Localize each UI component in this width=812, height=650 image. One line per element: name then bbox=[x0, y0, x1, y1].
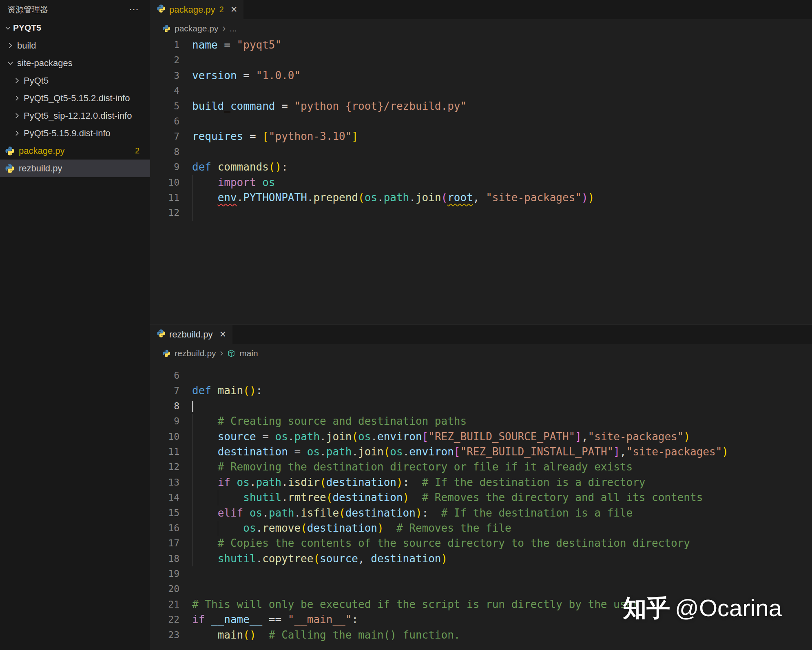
code-line[interactable]: 4 bbox=[150, 83, 812, 98]
chevron-right-icon bbox=[11, 94, 22, 102]
code-line[interactable]: 11 destination = os.path.join(os.environ… bbox=[150, 444, 812, 459]
line-number: 11 bbox=[150, 190, 179, 205]
code-text: # Copies the contents of the source dire… bbox=[192, 536, 690, 551]
indent-guide bbox=[192, 536, 192, 551]
code-line[interactable]: 14 shutil.rmtree(destination) # Removes … bbox=[150, 490, 812, 505]
line-number: 4 bbox=[150, 83, 179, 98]
file-tree: buildsite-packagesPyQt5PyQt5_Qt5-5.15.2.… bbox=[0, 37, 150, 177]
tree-item-build[interactable]: build bbox=[0, 37, 150, 54]
indent-guide bbox=[192, 414, 192, 429]
line-number: 1 bbox=[150, 38, 179, 53]
code-line[interactable]: 12 # Removing the destination directory … bbox=[150, 459, 812, 475]
line-number: 20 bbox=[150, 581, 179, 597]
code-line[interactable]: 7requires = ["python-3.10"] bbox=[150, 129, 812, 144]
indent-guide bbox=[192, 521, 192, 536]
code-line[interactable]: 7def main(): bbox=[150, 383, 812, 398]
code-line[interactable]: 18 shutil.copytree(source, destination) bbox=[150, 551, 812, 566]
code-text: name = "pyqt5" bbox=[192, 38, 281, 53]
code-line[interactable]: 6 bbox=[150, 114, 812, 129]
code-line[interactable]: 2 bbox=[150, 53, 812, 68]
symbol-icon bbox=[227, 349, 235, 357]
line-number: 9 bbox=[150, 414, 179, 429]
tab-rezbuild-py[interactable]: rezbuild.py × bbox=[150, 325, 232, 344]
code-text: def main(): bbox=[192, 383, 262, 398]
tree-item-label: rezbuild.py bbox=[19, 163, 62, 174]
explorer-title: 资源管理器 bbox=[7, 4, 48, 15]
code-text: shutil.rmtree(destination) # Removes the… bbox=[192, 490, 703, 505]
line-number: 7 bbox=[150, 383, 179, 398]
code-line[interactable]: 19 bbox=[150, 566, 812, 581]
code-text: # This will only be executed if the scri… bbox=[192, 597, 639, 612]
code-line[interactable]: 9 # Creating source and destination path… bbox=[150, 414, 812, 429]
line-number: 18 bbox=[150, 551, 179, 566]
code-text: env.PYTHONPATH.prepend(os.path.join(root… bbox=[192, 190, 594, 205]
code-line[interactable]: 6 bbox=[150, 368, 812, 383]
watermark-brand: 知乎 bbox=[623, 595, 670, 621]
code-line[interactable]: 11 env.PYTHONPATH.prepend(os.path.join(r… bbox=[150, 190, 812, 205]
explorer-header: 资源管理器 ⋯ bbox=[0, 0, 150, 19]
code-line[interactable]: 3version = "1.0.0" bbox=[150, 68, 812, 83]
code-line[interactable]: 8 bbox=[150, 144, 812, 160]
editor-area: package.py 2 × package.py › ... 1name = … bbox=[150, 0, 812, 650]
indent-guide bbox=[218, 521, 218, 536]
breadcrumb-file[interactable]: rezbuild.py bbox=[175, 348, 216, 358]
line-number: 13 bbox=[150, 475, 179, 490]
chevron-right-icon bbox=[11, 129, 22, 137]
breadcrumb-symbol[interactable]: main bbox=[239, 348, 258, 358]
indent-guide bbox=[192, 175, 192, 190]
line-number: 16 bbox=[150, 521, 179, 536]
more-actions-icon[interactable]: ⋯ bbox=[129, 4, 139, 15]
tree-item-label: PyQt5 bbox=[24, 75, 49, 86]
tree-item-site-packages[interactable]: site-packages bbox=[0, 54, 150, 72]
code-text: # Creating source and destination paths bbox=[192, 414, 467, 429]
code-line[interactable]: 8 bbox=[150, 399, 812, 414]
breadcrumb-top: package.py › ... bbox=[150, 19, 812, 38]
python-icon bbox=[5, 146, 17, 156]
code-line[interactable]: 15 elif os.path.isfile(destination): # I… bbox=[150, 506, 812, 521]
tree-item-pyqt5-sip-12-12-0-dist-info[interactable]: PyQt5_sip-12.12.0.dist-info bbox=[0, 107, 150, 124]
indent-guide bbox=[218, 490, 218, 505]
tab-bar-top: package.py 2 × bbox=[150, 0, 812, 19]
line-number: 23 bbox=[150, 628, 179, 643]
code-line[interactable]: 10 import os bbox=[150, 175, 812, 190]
line-number: 12 bbox=[150, 459, 179, 475]
tree-item-pyqt5[interactable]: PyQt5 bbox=[0, 72, 150, 89]
indent-guide bbox=[192, 205, 192, 220]
code-text: build_command = "python {root}/rezbuild.… bbox=[192, 99, 467, 114]
tree-item-rezbuild-py[interactable]: rezbuild.py bbox=[0, 160, 150, 177]
code-line[interactable]: 1name = "pyqt5" bbox=[150, 38, 812, 53]
code-text: if __name__ == "__main__": bbox=[192, 612, 358, 627]
line-number: 3 bbox=[150, 68, 179, 83]
python-icon bbox=[5, 164, 17, 173]
code-line[interactable]: 16 os.remove(destination) # Removes the … bbox=[150, 521, 812, 536]
indent-guide bbox=[192, 475, 192, 490]
tab-package-py[interactable]: package.py 2 × bbox=[150, 0, 243, 19]
tree-item-label: site-packages bbox=[17, 58, 73, 69]
code-line[interactable]: 12 bbox=[150, 205, 812, 220]
chevron-right-icon bbox=[5, 42, 15, 49]
code-line[interactable]: 5build_command = "python {root}/rezbuild… bbox=[150, 99, 812, 114]
close-icon[interactable]: × bbox=[231, 4, 237, 15]
line-number: 14 bbox=[150, 490, 179, 505]
tree-item-package-py[interactable]: package.py2 bbox=[0, 142, 150, 160]
code-editor-package[interactable]: 1name = "pyqt5"23version = "1.0.0"45buil… bbox=[150, 38, 812, 324]
code-text: main() # Calling the main() function. bbox=[192, 628, 460, 643]
indent-guide bbox=[192, 429, 192, 444]
line-number: 5 bbox=[150, 99, 179, 114]
code-line[interactable]: 23 main() # Calling the main() function. bbox=[150, 628, 812, 643]
tree-item-pyqt5-5-15-9-dist-info[interactable]: PyQt5-5.15.9.dist-info bbox=[0, 124, 150, 142]
code-line[interactable]: 9def commands(): bbox=[150, 160, 812, 175]
code-line[interactable]: 13 if os.path.isdir(destination): # If t… bbox=[150, 475, 812, 490]
line-number: 10 bbox=[150, 429, 179, 444]
code-line[interactable]: 17 # Copies the contents of the source d… bbox=[150, 536, 812, 551]
tree-item-pyqt5-qt5-5-15-2-dist-info[interactable]: PyQt5_Qt5-5.15.2.dist-info bbox=[0, 89, 150, 107]
code-line[interactable]: 10 source = os.path.join(os.environ["REZ… bbox=[150, 429, 812, 444]
breadcrumb-tail[interactable]: ... bbox=[230, 24, 237, 33]
line-number: 9 bbox=[150, 160, 179, 175]
breadcrumb-file[interactable]: package.py bbox=[175, 24, 218, 33]
project-section-header[interactable]: PYQT5 bbox=[0, 19, 150, 37]
close-icon[interactable]: × bbox=[219, 329, 226, 340]
code-text: shutil.copytree(source, destination) bbox=[192, 551, 447, 566]
breadcrumb-separator: › bbox=[222, 23, 226, 34]
code-text: if os.path.isdir(destination): # If the … bbox=[192, 475, 645, 490]
